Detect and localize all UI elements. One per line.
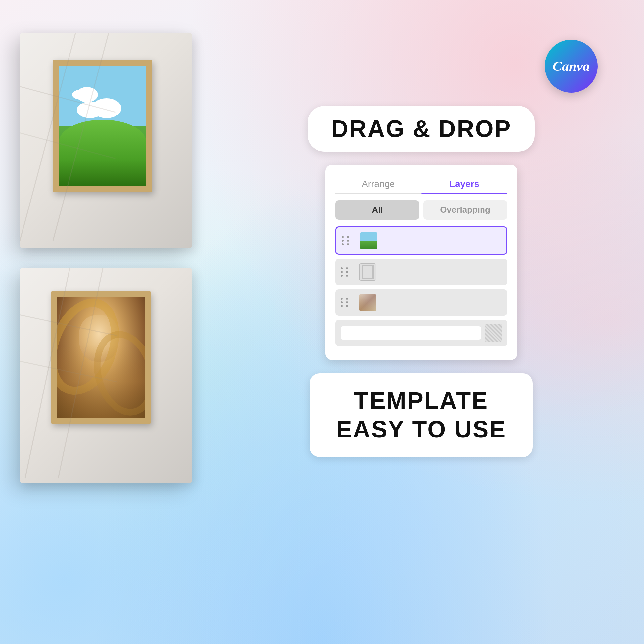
bottom-frame-mockup xyxy=(20,268,192,483)
canva-logo-text: Canva xyxy=(553,58,590,74)
portrait-scene xyxy=(57,297,145,418)
picture-frame-landscape xyxy=(53,60,152,192)
canva-logo: Canva xyxy=(545,40,598,93)
picture-frame-portrait xyxy=(51,291,151,424)
layer-item-4[interactable] xyxy=(335,320,507,346)
layer-item-3[interactable] xyxy=(335,289,507,316)
drag-drop-label: DRAG & DROP xyxy=(308,106,534,152)
layer-item-1[interactable] xyxy=(335,226,507,255)
layer-item-2[interactable] xyxy=(335,259,507,285)
drag-drop-text: DRAG & DROP xyxy=(331,115,511,142)
cloud-2 xyxy=(72,90,89,100)
drag-handle-2 xyxy=(341,267,350,277)
layers-panel: Arrange Layers All Overlapping xyxy=(325,165,517,360)
layer-thumb-photo xyxy=(359,294,376,311)
template-label: TEMPLATE EASY TO USE xyxy=(310,373,533,457)
right-column: Canva DRAG & DROP Arrange Layers All xyxy=(218,26,624,457)
layer-thumb-frame xyxy=(359,263,376,281)
drag-handle-1 xyxy=(342,236,351,245)
drag-handle-3 xyxy=(341,298,350,307)
tab-arrange[interactable]: Arrange xyxy=(335,175,421,193)
cloud-1 xyxy=(85,102,108,115)
tab-layers[interactable]: Layers xyxy=(421,175,507,193)
layers-filter: All Overlapping xyxy=(335,200,507,220)
filter-all-button[interactable]: All xyxy=(335,200,419,220)
landscape-scene xyxy=(59,66,146,186)
top-frame-mockup xyxy=(20,33,192,248)
layer-thumb-landscape xyxy=(360,232,377,249)
filter-overlapping-button[interactable]: Overlapping xyxy=(423,200,507,220)
layer-texture-icon xyxy=(485,324,502,342)
frame-mockups xyxy=(20,33,192,483)
layers-tabs: Arrange Layers xyxy=(335,175,507,194)
layer-white-bar xyxy=(341,326,481,340)
template-line-1: TEMPLATE xyxy=(336,387,507,415)
hill xyxy=(59,120,146,186)
template-line-2: EASY TO USE xyxy=(336,415,507,443)
